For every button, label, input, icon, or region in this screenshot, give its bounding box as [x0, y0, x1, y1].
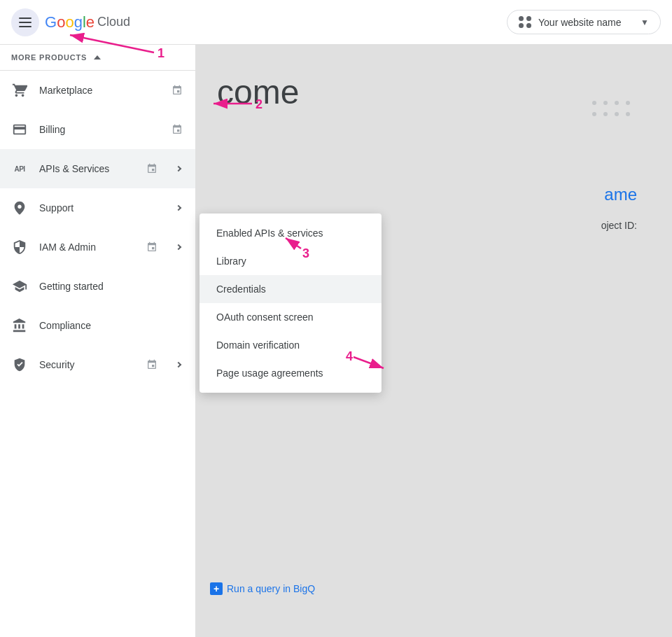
- chevron-up-icon: [94, 55, 101, 59]
- apis-pin-icon: [145, 162, 159, 176]
- google-cloud-logo: Google Cloud: [45, 13, 130, 31]
- getting-started-icon: [11, 278, 28, 295]
- sidebar-item-support[interactable]: Support: [0, 188, 195, 227]
- hamburger-icon: [19, 18, 31, 27]
- iam-admin-label: IAM & Admin: [39, 241, 134, 253]
- project-dots-icon: [519, 16, 531, 28]
- compliance-label: Compliance: [39, 320, 184, 331]
- header: Google Cloud Your website name ▼: [0, 0, 672, 45]
- iam-icon: [11, 239, 28, 255]
- submenu-item-library[interactable]: Library: [200, 247, 382, 275]
- submenu-item-credentials[interactable]: Credentials: [200, 275, 382, 303]
- support-icon: [11, 200, 28, 216]
- submenu-item-enabled-apis[interactable]: Enabled APIs & services: [200, 219, 382, 247]
- billing-label: Billing: [39, 124, 159, 135]
- iam-chevron-right-icon: [173, 241, 184, 253]
- submenu-item-page-usage[interactable]: Page usage agreements: [200, 359, 382, 387]
- bigquery-plus-icon: +: [210, 582, 223, 595]
- marketplace-pin-icon: [170, 83, 184, 97]
- sidebar-item-apis-services[interactable]: API APIs & Services: [0, 149, 195, 188]
- menu-button[interactable]: [11, 8, 39, 36]
- apis-chevron-right-icon: [173, 163, 184, 174]
- bigquery-link-text: Run a query in BigQ: [227, 583, 315, 594]
- sidebar-item-billing[interactable]: Billing: [0, 110, 195, 149]
- project-id-right: oject ID:: [601, 220, 637, 231]
- security-icon: [11, 356, 28, 373]
- iam-pin-icon: [145, 240, 159, 254]
- bigquery-link[interactable]: + Run a query in BigQ: [210, 582, 315, 595]
- apis-icon: API: [11, 160, 28, 177]
- project-selector[interactable]: Your website name ▼: [507, 10, 661, 34]
- sidebar-item-security[interactable]: Security: [0, 345, 195, 384]
- billing-pin-icon: [170, 122, 184, 136]
- marketplace-icon: [11, 82, 28, 99]
- compliance-icon: [11, 317, 28, 334]
- cloud-text: Cloud: [97, 15, 130, 29]
- more-products-header[interactable]: MORE PRODUCTS: [0, 45, 195, 71]
- billing-icon: [11, 121, 28, 138]
- welcome-text: come: [196, 45, 672, 139]
- dropdown-arrow-icon: ▼: [640, 18, 649, 27]
- google-logo: Google: [45, 13, 94, 31]
- more-products-label: MORE PRODUCTS: [11, 53, 87, 62]
- getting-started-label: Getting started: [39, 281, 184, 292]
- support-chevron-right-icon: [173, 202, 184, 214]
- sidebar-item-getting-started[interactable]: Getting started: [0, 267, 195, 306]
- marketplace-label: Marketplace: [39, 85, 159, 96]
- apis-services-label: APIs & Services: [39, 163, 134, 174]
- security-chevron-right-icon: [173, 359, 184, 370]
- submenu-item-domain-verification[interactable]: Domain verification: [200, 331, 382, 359]
- security-pin-icon: [145, 358, 159, 372]
- submenu-item-oauth-consent[interactable]: OAuth consent screen: [200, 303, 382, 331]
- sidebar-item-marketplace[interactable]: Marketplace: [0, 71, 195, 110]
- project-name: Your website name: [538, 17, 634, 28]
- security-label: Security: [39, 359, 134, 370]
- project-name-right: ame: [604, 185, 637, 204]
- support-label: Support: [39, 202, 162, 214]
- apis-services-submenu: Enabled APIs & services Library Credenti…: [200, 214, 382, 393]
- sidebar-item-compliance[interactable]: Compliance: [0, 306, 195, 345]
- dots-decoration: [592, 101, 630, 116]
- sidebar: MORE PRODUCTS Marketplace Billing: [0, 45, 196, 637]
- sidebar-item-iam-admin[interactable]: IAM & Admin: [0, 227, 195, 267]
